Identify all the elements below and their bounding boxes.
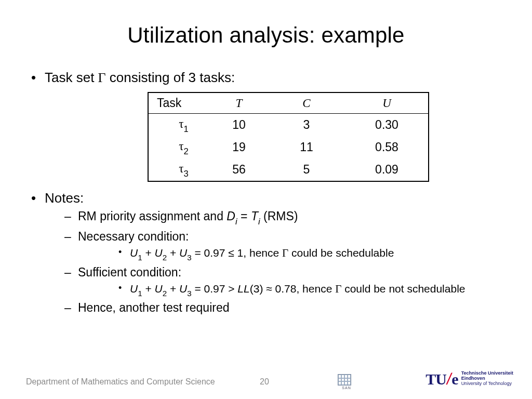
tau-symbol: τ [179,140,183,153]
note1-before: RM priority assignment and [78,209,227,223]
table-row: τ1 10 3 0.30 [148,114,429,136]
i-sub: i [258,217,260,227]
eq-text: = 0.97 ≤ 1, hence [192,247,282,259]
eq-text: = 0.97 > [192,283,238,295]
table-row: τ2 19 11 0.58 [148,136,429,158]
u-sub: 1 [138,289,142,298]
san-label: SAN [338,386,355,390]
u-symbol: U [155,283,163,295]
ll-symbol: LL [237,283,249,295]
tue-line3: University of Technology [461,381,513,387]
note-rm: RM priority assignment and Di = Ti (RMS) [45,208,506,227]
plus: + [167,283,179,295]
notes-label: Notes: [45,190,84,206]
u-sub: 2 [163,289,167,298]
table-header-row: Task T C U [148,92,429,114]
cell-t: 19 [210,136,268,158]
table-row: τ3 56 5 0.09 [148,158,429,181]
u-symbol: U [130,247,138,259]
slide-content: Task set Γ consisting of 3 tasks: Task T… [26,69,506,316]
col-task: Task [148,92,210,114]
plus: + [142,283,155,295]
cell-t: 10 [210,114,268,136]
notes-sublist: RM priority assignment and Di = Ti (RMS)… [45,208,506,316]
cell-t: 56 [210,158,268,181]
plus: + [142,247,155,259]
table-wrapper: Task T C U τ1 10 3 0.30 [148,92,506,182]
u-symbol: U [130,283,138,295]
u-sub: 2 [163,253,167,262]
top-list: Task set Γ consisting of 3 tasks: Task T… [26,69,506,316]
t-symbol: T [251,209,258,223]
col-t: T [210,92,268,114]
necessary-detail: U1 + U2 + U3 = 0.97 ≤ 1, hence Γ could b… [78,246,506,262]
tau-symbol: τ [179,117,183,130]
tue-mark: TU/e [425,369,458,389]
u-sub: 3 [187,253,191,262]
tau-symbol: τ [179,162,183,175]
tue-text: Technische Universiteit Eindhoven Univer… [461,371,513,387]
eq-text: = [237,209,251,223]
footer-page-number: 20 [260,377,269,387]
task-sub: 1 [184,124,189,134]
note2-label: Necessary condition: [78,230,189,243]
task-sub: 2 [184,147,189,156]
note-necessary: Necessary condition: U1 + U2 + U3 = 0.97… [45,229,506,262]
task-table: Task T C U τ1 10 3 0.30 [148,92,429,182]
tue-e: e [451,370,458,388]
gamma-symbol: Γ [335,283,341,295]
footer-dept: Department of Mathematics and Computer S… [26,377,215,387]
note1-after: (RMS) [260,209,298,223]
cell-c: 11 [268,136,345,158]
notes-bullet: Notes: RM priority assignment and Di = T… [26,189,506,316]
intro-bullet: Task set Γ consisting of 3 tasks: Task T… [26,69,506,182]
plus: + [167,247,179,259]
slide-title: Utilization analysis: example [26,23,506,48]
d-symbol: D [227,209,235,223]
necessary-sublist: U1 + U2 + U3 = 0.97 ≤ 1, hence Γ could b… [78,246,506,262]
u-symbol: U [155,247,163,259]
tue-tu: TU [425,370,446,388]
u-sub: 3 [187,289,191,298]
paren-text: (3) ≈ 0.78, hence [250,283,335,295]
after-text: could be not schedulable [341,283,465,295]
sufficient-sublist: U1 + U2 + U3 = 0.97 > LL(3) ≈ 0.78, henc… [78,282,506,298]
sufficient-detail: U1 + U2 + U3 = 0.97 > LL(3) ≈ 0.78, henc… [78,282,506,298]
col-u: U [345,92,429,114]
u-symbol: U [179,247,187,259]
note3-label: Sufficient condition: [78,265,181,279]
gamma-symbol: Γ [98,70,106,85]
intro-after: consisting of 3 tasks: [106,70,235,85]
cell-u: 0.30 [345,114,429,136]
col-c: C [268,92,345,114]
footer: Department of Mathematics and Computer S… [0,369,532,390]
cell-c: 3 [268,114,345,136]
cell-u: 0.09 [345,158,429,181]
tue-logo: TU/e Technische Universiteit Eindhoven U… [425,369,513,389]
note-sufficient: Sufficient condition: U1 + U2 + U3 = 0.9… [45,264,506,298]
i-sub: i [235,217,237,227]
san-grid-icon [338,374,351,385]
slide: Utilization analysis: example Task set Γ… [0,0,532,399]
cell-u: 0.58 [345,136,429,158]
san-logo: SAN [338,374,355,390]
note-hence: Hence, another test required [45,300,506,316]
cell-c: 5 [268,158,345,181]
gamma-symbol: Γ [282,247,288,259]
u-sub: 1 [138,253,142,262]
intro-before: Task set [45,70,98,85]
u-symbol: U [179,283,187,295]
after-text: could be schedulable [288,247,394,259]
task-sub: 3 [184,169,189,179]
